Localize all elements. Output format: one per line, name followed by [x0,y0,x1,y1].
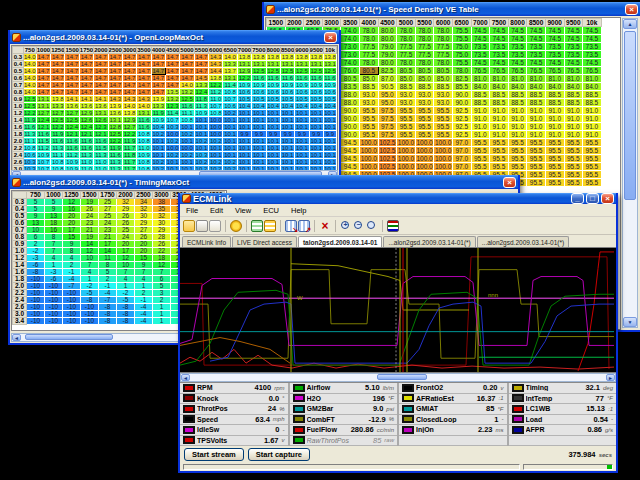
cell[interactable]: 14.3 [209,61,223,68]
cell[interactable]: 100.0 [434,155,453,163]
cell[interactable]: 80.0 [378,27,397,35]
cell[interactable]: 14.7 [94,68,108,75]
cell[interactable]: 14.7 [180,61,194,68]
cell[interactable]: 9.9 [295,131,309,138]
cell[interactable]: 13.8 [295,54,309,61]
cell[interactable]: 26 [117,213,135,220]
cell[interactable]: 10.2 [209,159,223,166]
cell[interactable]: 74.0 [341,27,360,35]
cell[interactable]: 12.5 [180,96,194,103]
cell[interactable]: 29 [117,206,135,213]
cell[interactable]: 88.5 [564,99,583,107]
cell[interactable]: 77.5 [434,43,453,51]
cell[interactable]: -10 [81,304,99,311]
cell[interactable]: 78.0 [434,27,453,35]
cell[interactable]: 11.6 [65,145,79,152]
cell[interactable]: 10.1 [180,138,194,145]
cell[interactable]: 93.0 [415,99,434,107]
cell[interactable]: 11.5 [36,138,50,145]
cell[interactable]: 12.9 [122,117,136,124]
cell[interactable]: 93.0 [434,99,453,107]
cell[interactable]: 95.5 [545,139,564,147]
cell[interactable]: 14.7 [108,54,122,61]
cell[interactable]: 95.5 [545,147,564,155]
cell[interactable]: 14 [99,248,117,255]
cell[interactable]: 21 [99,234,117,241]
cell[interactable]: 2 [99,276,117,283]
cell[interactable]: 12.6 [94,117,108,124]
cell[interactable]: 85.0 [415,75,434,83]
cell[interactable]: 95.5 [490,139,509,147]
cell[interactable]: 14.7 [137,61,151,68]
cell[interactable]: 13.1 [309,61,323,68]
cell[interactable]: 14.7 [65,61,79,68]
cell[interactable]: 95.5 [397,115,416,123]
cell[interactable]: 10.1 [280,117,294,124]
scrollbar-thumb[interactable] [25,334,113,340]
cell[interactable]: 95.5 [434,115,453,123]
cell[interactable]: 78.0 [452,67,471,75]
tab-3[interactable]: ...alon2gsd.2009.03.14-01(*) [383,236,475,247]
cell[interactable]: 7 [117,269,135,276]
menu-item-edit[interactable]: Edit [204,206,229,215]
cell[interactable]: 32 [153,213,171,220]
cell[interactable]: 11.5 [94,145,108,152]
cell[interactable]: 14.0 [23,89,36,96]
cell[interactable]: 11.3 [79,152,93,159]
cell[interactable]: 11.2 [209,89,223,96]
cell[interactable]: 95.5 [508,147,527,155]
cell[interactable]: 91.0 [564,123,583,131]
cell[interactable]: 11.2 [36,145,50,152]
cell[interactable]: 10.1 [252,110,266,117]
cell[interactable]: 76.5 [564,67,583,75]
cell[interactable]: -5 [81,290,99,297]
cell[interactable]: 91.0 [545,123,564,131]
cell[interactable]: -10 [45,290,63,297]
cell[interactable]: 95.5 [564,163,583,171]
cell[interactable]: 10 [117,262,135,269]
cell[interactable]: 10.8 [137,131,151,138]
cell[interactable]: 14.7 [79,54,93,61]
cell[interactable]: 85.0 [434,75,453,83]
cell[interactable]: 74.5 [471,59,490,67]
cell[interactable]: 78.0 [359,27,378,35]
tune-green-icon[interactable] [251,220,263,232]
cell[interactable]: -10 [63,318,81,325]
cell[interactable]: 11.1 [23,138,36,145]
cell[interactable]: 76.5 [527,67,546,75]
cell[interactable]: 16 [63,206,81,213]
cell[interactable]: 93.0 [397,91,416,99]
cell[interactable]: 7 [153,269,171,276]
cell[interactable]: -8 [99,318,117,325]
cell[interactable]: 1 [117,283,135,290]
cell[interactable]: 74.5 [527,27,546,35]
cell[interactable]: 10.1 [237,110,251,117]
cell[interactable]: 10.1 [223,152,237,159]
cell[interactable]: 10.1 [323,117,336,124]
cell[interactable]: 95.5 [359,123,378,131]
cell[interactable]: 74.5 [490,27,509,35]
cell[interactable]: 10.1 [295,117,309,124]
cell[interactable]: 13.8 [237,54,251,61]
cell[interactable]: 73.5 [490,43,509,51]
cell[interactable]: 14.7 [194,61,208,68]
cell[interactable]: 11.4 [166,110,180,117]
cell[interactable]: 95.5 [527,179,546,187]
trace-color-swatch[interactable] [293,405,305,413]
cell[interactable]: 12.2 [237,75,251,82]
cell[interactable]: 10.0 [166,145,180,152]
cell[interactable]: -10 [27,304,45,311]
cell[interactable]: 95.5 [471,147,490,155]
cell[interactable]: 10.9 [36,152,50,159]
cell[interactable]: 95.5 [527,139,546,147]
cell[interactable]: 14.7 [180,68,194,75]
cell[interactable]: -2 [81,283,99,290]
cell[interactable]: 88.5 [583,91,602,99]
cell[interactable]: 95.5 [471,139,490,147]
trace-color-swatch[interactable] [183,426,195,434]
cell[interactable]: 91.0 [545,131,564,139]
cell[interactable]: 10.9 [237,82,251,89]
cell[interactable]: 88.5 [545,91,564,99]
cell[interactable]: 80.0 [378,35,397,43]
cell[interactable]: 77.5 [359,51,378,59]
